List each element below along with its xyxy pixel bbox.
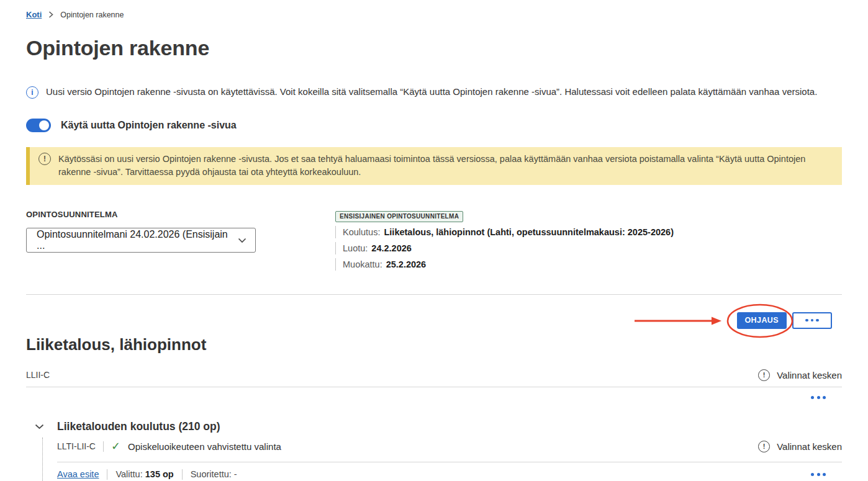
completed-value: - bbox=[234, 469, 237, 479]
toggle-knob bbox=[39, 120, 49, 130]
ellipsis-icon bbox=[823, 396, 826, 399]
degree-status: ! Valinnat kesken bbox=[758, 441, 842, 452]
plan-selector: OPINTOSUUNNITELMA Opintosuunnitelmani 24… bbox=[26, 210, 256, 253]
tree-guide-line bbox=[42, 438, 43, 481]
collapse-chevron-icon[interactable] bbox=[34, 424, 44, 429]
chevron-right-icon bbox=[48, 11, 53, 18]
study-structure-page: Koti Opintojen rakenne Opintojen rakenne… bbox=[0, 0, 868, 481]
breadcrumb: Koti Opintojen rakenne bbox=[26, 0, 842, 19]
degree-header: Liiketalouden koulutus (210 op) bbox=[26, 420, 842, 433]
breadcrumb-current: Opintojen rakenne bbox=[60, 11, 124, 19]
breadcrumb-home-link[interactable]: Koti bbox=[26, 10, 42, 19]
checkmark-icon: ✓ bbox=[111, 441, 120, 452]
plan-selector-label: OPINTOSUUNNITELMA bbox=[26, 210, 256, 219]
ellipsis-icon bbox=[811, 473, 814, 476]
chevron-down-icon bbox=[238, 235, 246, 246]
detail-label: Koulutus: bbox=[343, 227, 380, 237]
detail-row-muokattu: Muokattu:25.2.2026 bbox=[335, 258, 674, 271]
degree-meta-left: LLTI-LII-C ✓ Opiskeluoikeuteen vahvistet… bbox=[57, 441, 281, 452]
detail-value: Liiketalous, lähiopinnot (Lahti, opetuss… bbox=[384, 227, 674, 237]
plan-details: ENSISIJAINEN OPINTOSUUNNITELMA Koulutus:… bbox=[335, 210, 674, 271]
ohjaus-button-wrap: OHJAUS bbox=[737, 312, 787, 329]
ellipsis-icon bbox=[817, 396, 820, 399]
detail-value: 24.2.2026 bbox=[371, 243, 412, 253]
degree-meta-row: LLTI-LII-C ✓ Opiskeluoikeuteen vahvistet… bbox=[57, 441, 842, 452]
ohjaus-button[interactable]: OHJAUS bbox=[737, 312, 787, 329]
toggle-label: Käytä uutta Opintojen rakenne -sivua bbox=[61, 120, 237, 131]
selected-label: Valittu: bbox=[115, 469, 142, 479]
warning-banner: ! Käytössäsi on uusi versio Opintojen ra… bbox=[26, 147, 842, 185]
alert-icon: ! bbox=[758, 369, 770, 381]
degree-title: Liiketalouden koulutus (210 op) bbox=[57, 420, 220, 433]
alert-icon: ! bbox=[758, 441, 770, 452]
selected-credits: Valittu: 135 op bbox=[115, 469, 173, 479]
alert-icon: ! bbox=[38, 153, 51, 165]
degree-status-text: Valinnat kesken bbox=[777, 441, 842, 452]
degree-code: LLTI-LII-C bbox=[57, 441, 96, 451]
degree-links-left: Avaa esite Valittu: 135 op Suoritettu: - bbox=[57, 469, 237, 480]
detail-label: Muokattu: bbox=[343, 259, 382, 269]
open-brochure-link[interactable]: Avaa esite bbox=[57, 469, 99, 479]
ellipsis-icon bbox=[805, 319, 808, 322]
warning-banner-text: Käytössäsi on uusi versio Opintojen rake… bbox=[58, 153, 828, 179]
ellipsis-icon bbox=[811, 319, 814, 322]
degree-divider bbox=[57, 462, 842, 462]
ellipsis-icon bbox=[811, 396, 814, 399]
ellipsis-icon bbox=[823, 473, 826, 476]
degree-links-row: Avaa esite Valittu: 135 op Suoritettu: - bbox=[57, 469, 842, 480]
actions-row: OHJAUS bbox=[26, 312, 842, 329]
more-actions-button[interactable] bbox=[792, 312, 832, 329]
degree-confirmation-text: Opiskeluoikeuteen vahvistettu valinta bbox=[128, 441, 281, 452]
completed-label: Suoritettu: bbox=[191, 469, 232, 479]
plan-select-value: Opintosuunnitelmani 24.02.2026 (Ensisija… bbox=[37, 229, 238, 251]
program-code: LLII-C bbox=[26, 370, 50, 380]
info-notice: i Uusi versio Opintojen rakenne -sivusta… bbox=[26, 86, 842, 99]
program-menu-button[interactable] bbox=[26, 396, 842, 399]
divider bbox=[103, 441, 104, 452]
new-version-toggle-row: Käytä uutta Opintojen rakenne -sivua bbox=[26, 119, 842, 132]
detail-label: Luotu: bbox=[343, 243, 368, 253]
degree-menu-button[interactable] bbox=[811, 473, 826, 476]
plan-section: OPINTOSUUNNITELMA Opintosuunnitelmani 24… bbox=[26, 210, 842, 271]
toggle-switch[interactable] bbox=[26, 119, 51, 132]
selected-value: 135 op bbox=[145, 469, 174, 479]
section-divider bbox=[26, 294, 842, 295]
annotation-arrow bbox=[634, 315, 722, 327]
page-title: Opintojen rakenne bbox=[26, 35, 842, 60]
program-title: Liiketalous, lähiopinnot bbox=[26, 335, 842, 354]
plan-select-dropdown[interactable]: Opintosuunnitelmani 24.02.2026 (Ensisija… bbox=[26, 228, 256, 253]
program-status: ! Valinnat kesken bbox=[758, 369, 842, 381]
completed-credits: Suoritettu: - bbox=[191, 469, 237, 479]
program-status-text: Valinnat kesken bbox=[777, 370, 842, 380]
detail-value: 25.2.2026 bbox=[386, 259, 427, 269]
detail-row-luotu: Luotu:24.2.2026 bbox=[335, 242, 674, 254]
info-notice-text: Uusi versio Opintojen rakenne -sivusta o… bbox=[46, 86, 817, 97]
divider bbox=[182, 469, 183, 480]
program-code-row: LLII-C ! Valinnat kesken bbox=[26, 369, 842, 381]
info-icon: i bbox=[26, 86, 38, 99]
program-divider bbox=[26, 387, 842, 387]
detail-row-koulutus: Koulutus:Liiketalous, lähiopinnot (Lahti… bbox=[335, 226, 674, 238]
ellipsis-icon bbox=[817, 473, 820, 476]
divider bbox=[107, 469, 107, 480]
degree-section: Liiketalouden koulutus (210 op) LLTI-LII… bbox=[26, 420, 842, 480]
ellipsis-icon bbox=[816, 319, 819, 322]
primary-plan-badge: ENSISIJAINEN OPINTOSUUNNITELMA bbox=[335, 211, 463, 222]
